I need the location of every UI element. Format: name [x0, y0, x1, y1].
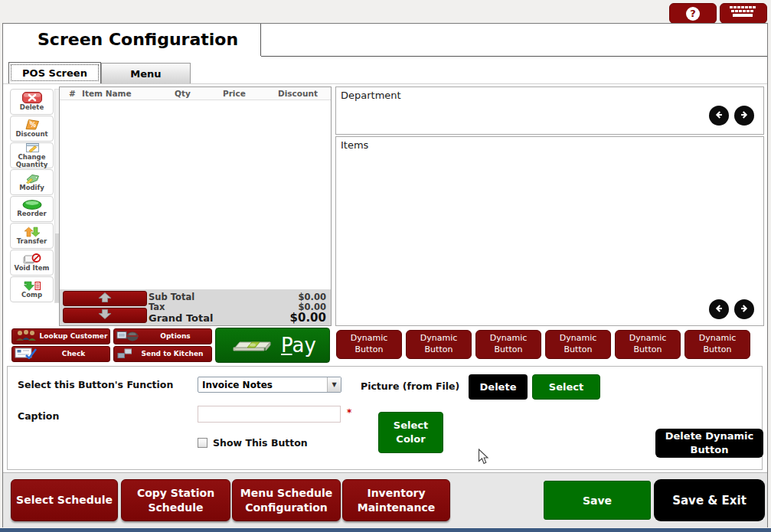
totals-strip: Sub Total $0.00 Tax $0.00 Grand Total $0… [60, 289, 331, 325]
save-button[interactable]: Save [544, 481, 651, 520]
dynamic-button-1[interactable]: Dynamic Button [336, 330, 402, 359]
dynamic-button-2[interactable]: Dynamic Button [406, 330, 472, 359]
department-panel[interactable]: Department [335, 86, 764, 135]
lookup-customer-button[interactable]: Lookup Customer [11, 328, 110, 344]
department-prev-button[interactable] [709, 106, 729, 126]
send-to-kitchen-icon [114, 347, 133, 361]
scroll-up-button[interactable] [63, 291, 147, 306]
col-number: # [69, 89, 76, 98]
help-button[interactable]: ? [669, 3, 717, 24]
options-icon [114, 329, 139, 344]
department-next-button[interactable] [734, 106, 754, 126]
dynamic-button-5[interactable]: Dynamic Button [615, 330, 681, 359]
page-title: Screen Configuration [3, 24, 260, 49]
col-price: Price [223, 89, 246, 98]
arrow-left-icon [714, 302, 724, 317]
dynamic-button-3[interactable]: Dynamic Button [475, 330, 541, 359]
sub-total-value: $0.00 [299, 292, 326, 302]
picture-delete-button[interactable]: Delete [469, 374, 528, 400]
arrow-down-icon [96, 308, 113, 323]
sidebar-item-change-quantity[interactable]: Change Quantity [10, 142, 54, 168]
chevron-down-icon: ▼ [327, 377, 341, 392]
caption-label: Caption [18, 410, 59, 422]
sidebar-item-modify[interactable]: Modify [10, 169, 54, 195]
items-panel[interactable]: Items [335, 136, 764, 326]
send-to-kitchen-button[interactable]: Send to Kitchen [113, 346, 212, 362]
sub-total-label: Sub Total [149, 292, 194, 302]
check-icon [12, 347, 38, 361]
modify-icon [24, 173, 41, 184]
col-qty: Qty [175, 89, 191, 98]
arrow-right-icon [739, 302, 750, 317]
discount-icon: % [24, 119, 41, 131]
sidebar-item-label: Reorder [17, 211, 46, 217]
sidebar-item-transfer[interactable]: Transfer [10, 223, 54, 249]
arrow-up-icon [96, 292, 113, 306]
grand-total-label: Grand Total [149, 312, 213, 324]
sidebar-item-comp[interactable]: Comp [10, 276, 54, 302]
header-divider [261, 56, 767, 57]
sidebar-item-label: Change Quantity [11, 154, 53, 168]
change-quantity-icon [24, 142, 41, 154]
select-schedule-button[interactable]: Select Schedule [11, 479, 118, 521]
function-select[interactable]: Invoice Notes ▼ [198, 377, 341, 393]
pay-label-accelerator: P [281, 334, 292, 357]
picture-label: Picture (from File) [361, 380, 459, 392]
tab-strip-divider [3, 83, 767, 84]
pay-button[interactable]: Pay [215, 328, 330, 363]
options-button[interactable]: Options [113, 328, 212, 344]
arrow-right-icon [739, 109, 750, 123]
void-item-icon [23, 253, 41, 265]
copy-station-schedule-button[interactable]: Copy Station Schedule [121, 479, 230, 521]
function-label: Select this Button's Function [18, 379, 173, 390]
window-title-tab: Screen Configuration [3, 24, 261, 56]
dynamic-button-4[interactable]: Dynamic Button [545, 330, 611, 359]
transfer-icon [23, 227, 41, 238]
sidebar-item-discount[interactable]: % Discount [10, 116, 54, 142]
invoice-rows-area[interactable] [60, 100, 331, 291]
tax-label: Tax [149, 302, 165, 312]
arrow-left-icon [714, 109, 724, 123]
picture-select-button[interactable]: Select [532, 374, 600, 400]
svg-text:%: % [30, 122, 36, 129]
button-config-panel: Select this Button's Function Invoice No… [7, 366, 763, 470]
department-label: Department [341, 90, 401, 101]
lookup-customer-icon [12, 329, 38, 344]
function-selected-value: Invoice Notes [198, 380, 327, 390]
sidebar-item-reorder[interactable]: Reorder [10, 196, 54, 222]
pos-sidebar: Delete % Discount Change Quantity Modify… [10, 89, 54, 303]
dynamic-button-6[interactable]: Dynamic Button [684, 330, 750, 359]
check-button[interactable]: Check [11, 346, 110, 362]
col-item-name: Item Name [82, 89, 132, 98]
question-icon: ? [686, 7, 700, 21]
keyboard-button[interactable] [720, 3, 767, 24]
invoice-header-row: # Item Name Qty Price Discount [60, 87, 331, 100]
invoice-panel: # Item Name Qty Price Discount Sub Total… [59, 86, 332, 326]
delete-icon [22, 92, 42, 104]
scroll-down-button[interactable] [63, 308, 147, 323]
sidebar-item-label: Comp [21, 292, 42, 299]
delete-dynamic-button[interactable]: Delete Dynamic Button [655, 429, 763, 458]
show-this-button-checkbox[interactable] [198, 438, 207, 448]
bottom-edge-strip [0, 528, 771, 532]
reorder-icon [22, 200, 42, 211]
inventory-maintenance-button[interactable]: Inventory Maintenance [342, 479, 450, 521]
menu-schedule-configuration-button[interactable]: Menu Schedule Configuration [232, 479, 341, 521]
items-prev-button[interactable] [709, 299, 729, 319]
sidebar-item-label: Transfer [17, 238, 47, 245]
items-label: Items [341, 139, 368, 151]
tab-menu[interactable]: Menu [101, 63, 191, 83]
save-exit-button[interactable]: Save & Exit [654, 479, 765, 521]
items-next-button[interactable] [734, 299, 754, 319]
sidebar-item-void-item[interactable]: Void Item [10, 250, 54, 276]
caption-input[interactable] [198, 406, 341, 423]
tab-pos-screen[interactable]: POS Screen [8, 62, 101, 83]
comp-icon [23, 280, 41, 292]
sidebar-item-label: Void Item [15, 265, 50, 272]
sidebar-item-delete[interactable]: Delete [10, 89, 54, 115]
select-color-button[interactable]: Select Color [378, 412, 443, 453]
grand-total-value: $0.00 [290, 311, 326, 325]
sidebar-item-label: Delete [20, 104, 44, 111]
footer-toolbar: Select Schedule Copy Station Schedule Me… [3, 472, 767, 527]
sidebar-item-label: Discount [15, 131, 47, 138]
